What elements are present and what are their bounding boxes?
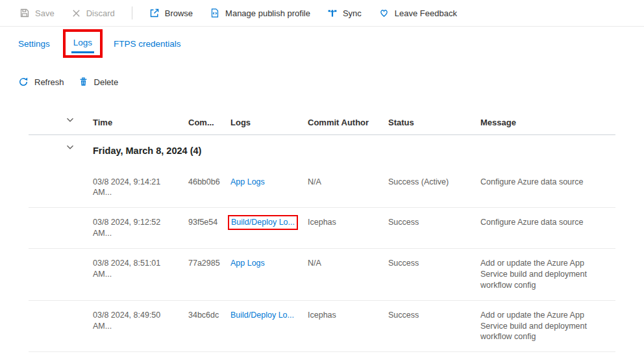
tab-settings[interactable]: Settings bbox=[18, 34, 50, 54]
cell-message: Add or update the Azure App Service buil… bbox=[480, 249, 615, 300]
deployment-logs-table: Time Com... Logs Commit Author Status Me… bbox=[29, 110, 615, 352]
cell-time: 03/8 2024, 8:51:01 AM... bbox=[93, 249, 188, 300]
cell-message: Configure Azure data source bbox=[480, 208, 615, 248]
table-row[interactable]: 03/8 2024, 9:14:21 AM... 46bb0b6 App Log… bbox=[29, 168, 615, 209]
leave-feedback-button[interactable]: Leave Feedback bbox=[378, 8, 457, 18]
refresh-button[interactable]: Refresh bbox=[18, 77, 64, 87]
column-header-status[interactable]: Status bbox=[388, 110, 480, 134]
cell-commit: 46bb0b6 bbox=[188, 168, 230, 208]
column-header-commit-author[interactable]: Commit Author bbox=[308, 110, 388, 134]
toolbar: Save Discard Browse Manage publi bbox=[0, 0, 644, 27]
cell-author: N/A bbox=[308, 168, 388, 208]
browse-button[interactable]: Browse bbox=[149, 8, 193, 18]
group-header-row[interactable]: Friday, March 8, 2024 (4) bbox=[29, 135, 615, 168]
refresh-icon bbox=[18, 77, 29, 87]
heart-icon bbox=[378, 8, 390, 18]
discard-x-icon bbox=[71, 8, 81, 18]
save-icon bbox=[19, 8, 30, 18]
toolbar-separator bbox=[132, 6, 132, 19]
logs-tab-annotation-box: Logs bbox=[63, 29, 103, 58]
tab-logs[interactable]: Logs bbox=[71, 38, 94, 53]
table-row[interactable]: 03/8 2024, 9:12:52 AM... 93f5e54 Build/D… bbox=[29, 208, 615, 249]
cell-message: Add or update the Azure App Service buil… bbox=[480, 301, 615, 352]
build-deploy-logs-link[interactable]: Build/Deploy Lo... bbox=[231, 218, 295, 227]
cell-author: N/A bbox=[308, 249, 388, 300]
column-header-commit[interactable]: Com... bbox=[188, 110, 230, 134]
cell-commit: 77a2985 bbox=[188, 249, 230, 300]
build-deploy-link-annotation-box: Build/Deploy Lo... bbox=[228, 215, 298, 230]
cell-commit: 93f5e54 bbox=[188, 208, 230, 248]
save-button[interactable]: Save bbox=[19, 8, 55, 18]
manage-publish-profile-button[interactable]: Manage publish profile bbox=[210, 8, 310, 18]
cell-author: Icephas bbox=[308, 301, 388, 352]
browse-label: Browse bbox=[165, 8, 193, 18]
manage-publish-profile-label: Manage publish profile bbox=[225, 8, 310, 18]
sync-icon bbox=[327, 8, 338, 18]
row-expander-spacer bbox=[29, 208, 93, 248]
refresh-label: Refresh bbox=[34, 77, 64, 87]
cell-time: 03/8 2024, 9:12:52 AM... bbox=[93, 208, 188, 248]
sync-button[interactable]: Sync bbox=[327, 8, 362, 18]
row-expander-spacer bbox=[29, 301, 93, 352]
save-label: Save bbox=[35, 8, 55, 18]
column-header-time[interactable]: Time bbox=[93, 110, 188, 134]
table-row[interactable]: 03/8 2024, 8:51:01 AM... 77a2985 App Log… bbox=[29, 249, 615, 301]
publish-profile-icon bbox=[210, 8, 220, 18]
group-collapse-chevron[interactable] bbox=[29, 135, 93, 168]
leave-feedback-label: Leave Feedback bbox=[395, 8, 457, 18]
cell-author: Icephas bbox=[308, 208, 388, 248]
trash-icon bbox=[79, 77, 88, 87]
column-header-logs[interactable]: Logs bbox=[230, 110, 308, 134]
discard-label: Discard bbox=[86, 8, 115, 18]
delete-label: Delete bbox=[94, 77, 119, 87]
table-row[interactable]: 03/8 2024, 8:49:50 AM... 34bc6dc Build/D… bbox=[29, 301, 615, 353]
row-expander-spacer bbox=[29, 249, 93, 300]
cell-time: 03/8 2024, 9:14:21 AM... bbox=[93, 168, 188, 208]
cell-message: Configure Azure data source bbox=[480, 168, 615, 208]
browse-external-icon bbox=[149, 8, 160, 18]
table-header-row: Time Com... Logs Commit Author Status Me… bbox=[29, 110, 615, 135]
column-header-message[interactable]: Message bbox=[480, 110, 615, 134]
discard-button[interactable]: Discard bbox=[71, 8, 115, 18]
row-expander-spacer bbox=[29, 168, 93, 208]
command-bar: Refresh Delete bbox=[0, 75, 644, 89]
cell-status: Success bbox=[388, 208, 480, 248]
cell-status: Success (Active) bbox=[388, 168, 480, 208]
delete-button[interactable]: Delete bbox=[79, 77, 119, 87]
cell-commit: 34bc6dc bbox=[188, 301, 230, 352]
build-deploy-logs-link[interactable]: Build/Deploy Lo... bbox=[230, 311, 294, 320]
cell-status: Success bbox=[388, 249, 480, 300]
group-header-label: Friday, March 8, 2024 (4) bbox=[93, 135, 615, 168]
app-logs-link[interactable]: App Logs bbox=[230, 259, 265, 268]
cell-time: 03/8 2024, 8:49:50 AM... bbox=[93, 301, 188, 352]
sync-label: Sync bbox=[343, 8, 362, 18]
cell-status: Success bbox=[388, 301, 480, 352]
tab-bar: Settings Logs FTPS credentials bbox=[0, 27, 644, 64]
app-logs-link[interactable]: App Logs bbox=[230, 177, 265, 186]
collapse-all-chevron[interactable] bbox=[29, 110, 93, 134]
tab-ftps-credentials[interactable]: FTPS credentials bbox=[114, 34, 181, 54]
